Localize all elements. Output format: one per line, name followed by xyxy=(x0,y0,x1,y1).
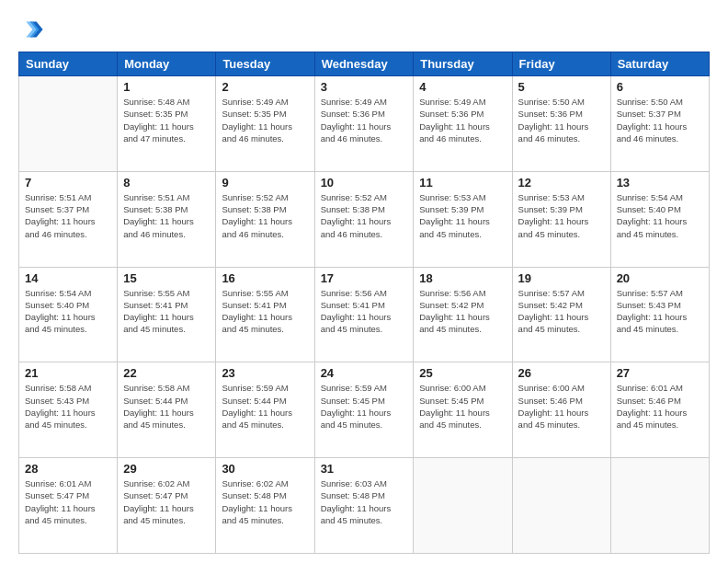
calendar-week-3: 14 Sunrise: 5:54 AMSunset: 5:40 PMDaylig… xyxy=(19,267,710,362)
day-number: 6 xyxy=(617,80,703,94)
day-number: 1 xyxy=(123,80,210,94)
day-number: 2 xyxy=(222,80,308,94)
calendar-cell: 5 Sunrise: 5:50 AMSunset: 5:36 PMDayligh… xyxy=(512,76,610,172)
day-detail: Sunrise: 5:53 AMSunset: 5:39 PMDaylight:… xyxy=(419,192,490,239)
day-number: 16 xyxy=(222,271,308,285)
calendar-week-4: 21 Sunrise: 5:58 AMSunset: 5:43 PMDaylig… xyxy=(19,362,710,458)
col-header-wednesday: Wednesday xyxy=(314,52,414,76)
day-detail: Sunrise: 5:52 AMSunset: 5:38 PMDaylight:… xyxy=(222,192,292,239)
day-detail: Sunrise: 5:57 AMSunset: 5:43 PMDaylight:… xyxy=(617,288,688,335)
header xyxy=(18,17,710,42)
day-number: 27 xyxy=(617,366,703,380)
day-detail: Sunrise: 5:48 AMSunset: 5:35 PMDaylight:… xyxy=(123,97,194,144)
calendar-cell: 27 Sunrise: 6:01 AMSunset: 5:46 PMDaylig… xyxy=(610,362,709,458)
day-detail: Sunrise: 5:55 AMSunset: 5:41 PMDaylight:… xyxy=(222,288,292,335)
day-detail: Sunrise: 5:57 AMSunset: 5:42 PMDaylight:… xyxy=(518,288,589,335)
day-number: 10 xyxy=(321,176,408,190)
col-header-monday: Monday xyxy=(118,52,216,76)
day-detail: Sunrise: 6:01 AMSunset: 5:47 PMDaylight:… xyxy=(25,478,96,525)
calendar-cell xyxy=(512,458,610,554)
day-detail: Sunrise: 6:00 AMSunset: 5:45 PMDaylight:… xyxy=(419,383,490,430)
calendar-cell: 19 Sunrise: 5:57 AMSunset: 5:42 PMDaylig… xyxy=(512,267,610,362)
day-detail: Sunrise: 5:49 AMSunset: 5:35 PMDaylight:… xyxy=(222,97,292,144)
day-number: 25 xyxy=(419,366,506,380)
day-number: 3 xyxy=(321,80,408,94)
calendar-cell: 11 Sunrise: 5:53 AMSunset: 5:39 PMDaylig… xyxy=(414,171,512,267)
calendar-cell: 4 Sunrise: 5:49 AMSunset: 5:36 PMDayligh… xyxy=(414,76,512,172)
calendar-cell: 1 Sunrise: 5:48 AMSunset: 5:35 PMDayligh… xyxy=(118,76,216,172)
day-detail: Sunrise: 5:49 AMSunset: 5:36 PMDaylight:… xyxy=(321,97,392,144)
day-detail: Sunrise: 5:56 AMSunset: 5:41 PMDaylight:… xyxy=(321,288,392,335)
day-number: 8 xyxy=(123,176,210,190)
day-detail: Sunrise: 6:02 AMSunset: 5:47 PMDaylight:… xyxy=(123,478,194,525)
calendar-cell: 24 Sunrise: 5:59 AMSunset: 5:45 PMDaylig… xyxy=(314,362,414,458)
day-detail: Sunrise: 5:52 AMSunset: 5:38 PMDaylight:… xyxy=(321,192,392,239)
calendar-cell: 28 Sunrise: 6:01 AMSunset: 5:47 PMDaylig… xyxy=(19,458,118,554)
day-detail: Sunrise: 5:53 AMSunset: 5:39 PMDaylight:… xyxy=(518,192,589,239)
day-number: 28 xyxy=(25,462,111,476)
day-detail: Sunrise: 5:56 AMSunset: 5:42 PMDaylight:… xyxy=(419,288,490,335)
day-detail: Sunrise: 5:58 AMSunset: 5:44 PMDaylight:… xyxy=(123,383,194,430)
calendar-cell: 2 Sunrise: 5:49 AMSunset: 5:35 PMDayligh… xyxy=(216,76,314,172)
day-detail: Sunrise: 5:58 AMSunset: 5:43 PMDaylight:… xyxy=(25,383,96,430)
calendar-cell: 7 Sunrise: 5:51 AMSunset: 5:37 PMDayligh… xyxy=(19,171,118,267)
calendar-week-5: 28 Sunrise: 6:01 AMSunset: 5:47 PMDaylig… xyxy=(19,458,710,554)
calendar-cell: 25 Sunrise: 6:00 AMSunset: 5:45 PMDaylig… xyxy=(414,362,512,458)
day-number: 15 xyxy=(123,271,210,285)
calendar-cell: 31 Sunrise: 6:03 AMSunset: 5:48 PMDaylig… xyxy=(314,458,414,554)
calendar-cell: 3 Sunrise: 5:49 AMSunset: 5:36 PMDayligh… xyxy=(314,76,414,172)
day-detail: Sunrise: 5:51 AMSunset: 5:37 PMDaylight:… xyxy=(25,192,96,239)
day-number: 13 xyxy=(617,176,703,190)
day-number: 21 xyxy=(25,366,111,380)
calendar-cell: 20 Sunrise: 5:57 AMSunset: 5:43 PMDaylig… xyxy=(610,267,709,362)
calendar-cell: 29 Sunrise: 6:02 AMSunset: 5:47 PMDaylig… xyxy=(118,458,216,554)
day-number: 20 xyxy=(617,271,703,285)
day-number: 11 xyxy=(419,176,506,190)
calendar-cell xyxy=(19,76,118,172)
calendar-cell: 26 Sunrise: 6:00 AMSunset: 5:46 PMDaylig… xyxy=(512,362,610,458)
day-number: 5 xyxy=(518,80,605,94)
calendar-cell: 21 Sunrise: 5:58 AMSunset: 5:43 PMDaylig… xyxy=(19,362,118,458)
day-number: 14 xyxy=(25,271,111,285)
day-number: 12 xyxy=(518,176,605,190)
calendar-cell: 18 Sunrise: 5:56 AMSunset: 5:42 PMDaylig… xyxy=(414,267,512,362)
day-number: 9 xyxy=(222,176,308,190)
calendar-cell: 10 Sunrise: 5:52 AMSunset: 5:38 PMDaylig… xyxy=(314,171,414,267)
col-header-saturday: Saturday xyxy=(610,52,709,76)
calendar-cell: 6 Sunrise: 5:50 AMSunset: 5:37 PMDayligh… xyxy=(610,76,709,172)
day-detail: Sunrise: 6:01 AMSunset: 5:46 PMDaylight:… xyxy=(617,383,688,430)
day-detail: Sunrise: 5:49 AMSunset: 5:36 PMDaylight:… xyxy=(419,97,490,144)
calendar-week-2: 7 Sunrise: 5:51 AMSunset: 5:37 PMDayligh… xyxy=(19,171,710,267)
day-number: 17 xyxy=(321,271,408,285)
day-detail: Sunrise: 5:59 AMSunset: 5:44 PMDaylight:… xyxy=(222,383,292,430)
day-number: 29 xyxy=(123,462,210,476)
day-detail: Sunrise: 5:50 AMSunset: 5:37 PMDaylight:… xyxy=(617,97,688,144)
calendar-cell: 14 Sunrise: 5:54 AMSunset: 5:40 PMDaylig… xyxy=(19,267,118,362)
day-detail: Sunrise: 5:59 AMSunset: 5:45 PMDaylight:… xyxy=(321,383,392,430)
day-detail: Sunrise: 6:03 AMSunset: 5:48 PMDaylight:… xyxy=(321,478,392,525)
calendar-cell xyxy=(610,458,709,554)
day-number: 7 xyxy=(25,176,111,190)
day-detail: Sunrise: 5:51 AMSunset: 5:38 PMDaylight:… xyxy=(123,192,194,239)
day-number: 4 xyxy=(419,80,506,94)
col-header-tuesday: Tuesday xyxy=(216,52,314,76)
logo-icon xyxy=(18,17,44,42)
day-number: 19 xyxy=(518,271,605,285)
col-header-sunday: Sunday xyxy=(19,52,118,76)
col-header-friday: Friday xyxy=(512,52,610,76)
calendar-cell: 8 Sunrise: 5:51 AMSunset: 5:38 PMDayligh… xyxy=(118,171,216,267)
day-number: 24 xyxy=(321,366,408,380)
day-number: 26 xyxy=(518,366,605,380)
calendar-table: SundayMondayTuesdayWednesdayThursdayFrid… xyxy=(18,52,710,554)
logo xyxy=(18,17,48,42)
day-detail: Sunrise: 6:00 AMSunset: 5:46 PMDaylight:… xyxy=(518,383,589,430)
day-detail: Sunrise: 5:54 AMSunset: 5:40 PMDaylight:… xyxy=(25,288,96,335)
calendar-cell: 23 Sunrise: 5:59 AMSunset: 5:44 PMDaylig… xyxy=(216,362,314,458)
day-number: 22 xyxy=(123,366,210,380)
day-detail: Sunrise: 6:02 AMSunset: 5:48 PMDaylight:… xyxy=(222,478,292,525)
day-number: 31 xyxy=(321,462,408,476)
calendar-cell: 17 Sunrise: 5:56 AMSunset: 5:41 PMDaylig… xyxy=(314,267,414,362)
calendar-cell: 13 Sunrise: 5:54 AMSunset: 5:40 PMDaylig… xyxy=(610,171,709,267)
day-number: 18 xyxy=(419,271,506,285)
calendar-cell: 9 Sunrise: 5:52 AMSunset: 5:38 PMDayligh… xyxy=(216,171,314,267)
